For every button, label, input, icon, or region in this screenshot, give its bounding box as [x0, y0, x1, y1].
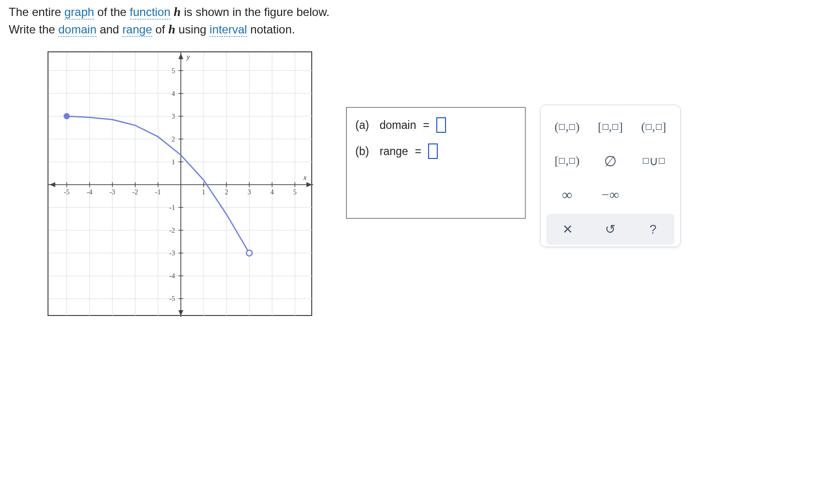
interval-closed-closed-button[interactable]: [,] [590, 111, 631, 143]
equals: = [415, 145, 421, 158]
svg-text:-4: -4 [169, 272, 175, 280]
svg-marker-25 [49, 182, 55, 187]
svg-text:-4: -4 [87, 189, 93, 196]
svg-text:3: 3 [248, 189, 251, 196]
answers-panel: (a) domain = (b) range = [346, 107, 526, 219]
svg-text:5: 5 [293, 189, 297, 196]
empty-set-button[interactable]: ∅ [590, 145, 631, 177]
svg-marker-27 [178, 310, 183, 316]
link-graph[interactable]: graph [64, 5, 94, 19]
svg-text:-2: -2 [132, 189, 138, 196]
svg-text:-3: -3 [110, 189, 115, 196]
interval-open-open-button[interactable]: (,) [546, 111, 588, 143]
text: Write the [9, 23, 58, 36]
svg-text:5: 5 [172, 67, 175, 75]
svg-text:-2: -2 [169, 227, 175, 234]
neg-infinity-button[interactable]: −∞ [590, 179, 631, 211]
part-a: (a) [355, 119, 373, 132]
help-button[interactable]: ? [632, 214, 674, 245]
svg-text:4: 4 [271, 189, 274, 196]
spacer [633, 179, 674, 211]
range-input[interactable] [428, 143, 438, 159]
clear-button[interactable]: ✕ [546, 214, 589, 245]
svg-text:-3: -3 [169, 250, 175, 257]
answer-domain-row: (a) domain = [355, 117, 516, 133]
reset-button[interactable]: ↺ [589, 214, 632, 245]
equals: = [423, 119, 429, 132]
union-button[interactable]: ∪ [633, 145, 674, 177]
svg-text:4: 4 [172, 90, 175, 97]
svg-text:y: y [186, 53, 190, 61]
svg-point-71 [246, 250, 252, 256]
svg-text:-1: -1 [169, 204, 175, 211]
svg-text:1: 1 [172, 158, 175, 166]
text: The entire [9, 5, 64, 18]
function-name: h [174, 5, 180, 19]
link-range[interactable]: range [122, 23, 152, 37]
interval-open-closed-button[interactable]: (,] [633, 111, 674, 143]
text: of the [94, 5, 129, 18]
link-function[interactable]: function [130, 5, 171, 19]
range-label: range [380, 145, 408, 158]
interval-closed-open-button[interactable]: [,) [546, 145, 588, 177]
text: is shown in the figure below. [181, 5, 330, 18]
svg-text:-5: -5 [64, 189, 70, 196]
infinity-button[interactable]: ∞ [546, 179, 588, 211]
graph: -5-4-3-2-112345-5-4-3-2-112345xy [48, 51, 312, 316]
function-name-2: h [168, 22, 175, 36]
svg-text:-1: -1 [155, 189, 161, 196]
link-interval[interactable]: interval [209, 23, 247, 37]
link-domain[interactable]: domain [58, 23, 96, 37]
svg-text:x: x [303, 173, 307, 181]
svg-text:2: 2 [225, 189, 228, 196]
svg-point-70 [64, 113, 70, 119]
text: and [96, 23, 122, 36]
svg-text:3: 3 [172, 113, 175, 120]
text: using [175, 23, 210, 36]
svg-text:1: 1 [202, 189, 206, 196]
answer-range-row: (b) range = [355, 143, 516, 159]
domain-label: domain [380, 119, 416, 132]
domain-input[interactable] [436, 117, 446, 133]
text: notation. [247, 23, 295, 36]
prompt-line-1: The entire graph of the function h is sh… [9, 5, 820, 19]
symbol-palette: (,) [,] (,] [,) ∅ ∪ ∞ −∞ ✕ ↺ ? [540, 105, 681, 247]
svg-text:-5: -5 [169, 295, 175, 302]
svg-text:2: 2 [172, 136, 175, 143]
svg-marker-26 [178, 53, 183, 59]
part-b: (b) [355, 145, 373, 158]
svg-marker-24 [306, 182, 312, 187]
prompt-line-2: Write the domain and range of h using in… [9, 22, 820, 37]
text: of [152, 23, 168, 36]
